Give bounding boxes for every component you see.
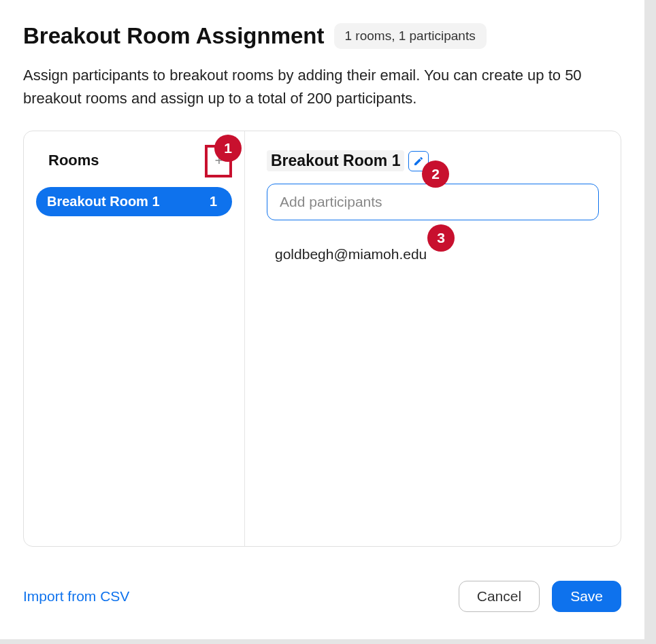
import-csv-link[interactable]: Import from CSV	[23, 588, 129, 605]
page-title: Breakout Room Assignment	[23, 23, 325, 49]
modal-footer: Import from CSV Cancel Save	[23, 581, 621, 612]
add-participants-input[interactable]	[267, 184, 599, 220]
assignment-panel: Rooms + Breakout Room 1 1 Breakout Room …	[23, 131, 621, 547]
room-summary-badge: 1 rooms, 1 participants	[334, 23, 487, 49]
save-button[interactable]: Save	[552, 581, 621, 612]
pencil-icon	[413, 156, 424, 167]
room-item-count: 1	[210, 194, 217, 209]
room-detail-pane: Breakout Room 1 goldbegh@miamoh.edu	[245, 131, 621, 546]
room-item-label: Breakout Room 1	[47, 194, 160, 209]
callout-marker-3: 3	[427, 224, 455, 252]
rooms-heading: Rooms	[48, 152, 99, 169]
room-name-label: Breakout Room 1	[267, 150, 404, 171]
cancel-button[interactable]: Cancel	[459, 581, 540, 612]
rooms-sidebar: Rooms + Breakout Room 1 1	[24, 131, 245, 546]
page-description: Assign participants to breakout rooms by…	[23, 64, 621, 110]
room-list-item[interactable]: Breakout Room 1 1	[36, 187, 232, 216]
callout-marker-2: 2	[422, 160, 449, 188]
callout-marker-1: 1	[214, 135, 242, 162]
